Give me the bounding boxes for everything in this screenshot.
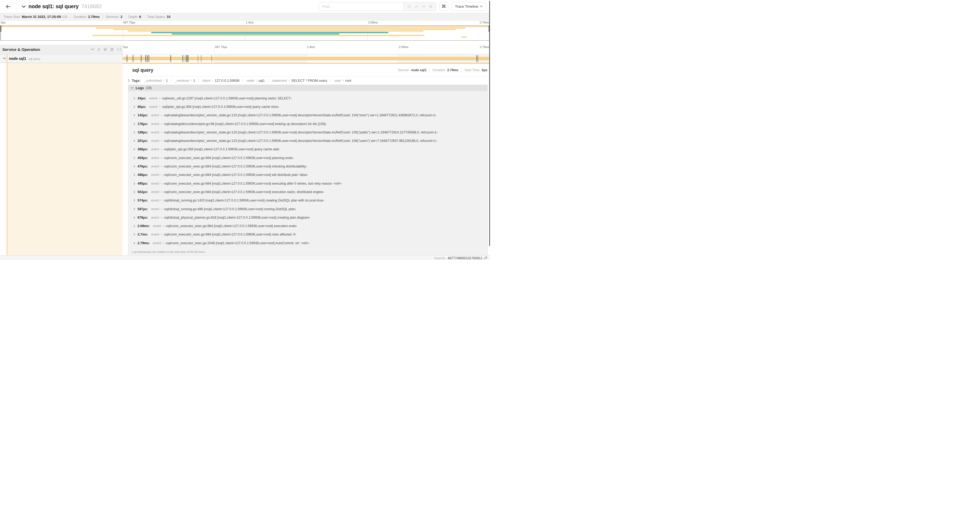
log-row[interactable]: 459μs: event = ‹sql/conn_executor_exec.g… [128, 154, 487, 162]
timeline-ruler-tick: 0μs [123, 45, 128, 48]
log-row[interactable]: 2.7ms: event = ‹sql/conn_executor_exec.g… [128, 230, 487, 239]
chevron-right-icon [134, 156, 135, 159]
log-event-mark[interactable] [145, 55, 146, 62]
log-row[interactable]: 597μs: event = ‹sql/distsql_running.go:4… [128, 204, 487, 213]
title-wrap: node sql1: sql query 7418682 [17, 3, 102, 10]
top-header: node sql1: sql query 7418682 [0, 0, 490, 13]
service-operation-header: Service & Operation ❚❚ [0, 45, 123, 54]
span-duration-bar[interactable] [123, 57, 490, 60]
chevron-right-icon [134, 182, 135, 185]
log-event-mark[interactable] [149, 55, 149, 62]
log-event-mark[interactable] [212, 55, 212, 62]
collapse-trace-icon[interactable] [22, 5, 26, 8]
trace-summary-bar: Trace Start March 31 2022, 17:25:09 .326… [0, 13, 490, 21]
chevron-right-icon [134, 208, 135, 211]
detail-footer: SpanID: 4877749850101760812 [0, 255, 490, 260]
log-row[interactable]: 142μs: event = ‹sql/catalog/lease/descri… [128, 111, 487, 120]
log-row[interactable]: 678μs: event = ‹sql/distsql_physical_pla… [128, 213, 487, 222]
tag-item: client = 127.0.0.1:59936 [199, 78, 243, 83]
expand-one-icon[interactable] [98, 48, 100, 51]
log-row[interactable]: 486μs: event = ‹sql/conn_executor_exec.g… [128, 171, 487, 179]
span-bar-cell[interactable] [123, 54, 490, 63]
logs-header[interactable]: Logs (18) [128, 85, 487, 91]
spanid-label: SpanID: [434, 256, 446, 260]
log-event-mark[interactable] [187, 55, 188, 62]
detail-span-title: sql query [132, 67, 153, 73]
detail-row-highlight [7, 63, 123, 256]
chevron-right-icon [134, 225, 135, 227]
log-event-mark[interactable] [186, 55, 187, 62]
trace-id: 7418682 [81, 3, 102, 10]
log-event-mark[interactable] [477, 55, 477, 62]
log-event-mark[interactable] [183, 55, 183, 62]
log-row[interactable]: 34μs: event = ‹sql/exec_util.go:2297 [ns… [128, 94, 487, 102]
column-resizer[interactable]: ❚❚ [117, 48, 122, 51]
chevron-right-icon [134, 216, 135, 219]
log-event-mark[interactable] [141, 55, 142, 62]
logs-count: (18) [146, 86, 151, 89]
logs-note: Log timestamps are relative to the start… [132, 250, 205, 254]
view-options-label: Trace Timeline [455, 5, 478, 8]
locate-span-icon[interactable] [407, 5, 411, 8]
arrow-left-icon [6, 5, 11, 9]
log-event-mark[interactable] [170, 55, 171, 62]
deep-link-icon[interactable] [484, 256, 487, 260]
log-event-mark[interactable] [185, 55, 186, 62]
back-button[interactable] [0, 0, 17, 13]
timeline-columns-header: Service & Operation ❚❚ 0μs6 [0, 45, 490, 54]
minimap-span-bar [128, 30, 423, 32]
log-event-mark[interactable] [127, 55, 127, 62]
timeline-minimap: 0μs697.75μs1.4ms2.09ms2.79ms [0, 21, 490, 42]
view-options-button[interactable]: Trace Timeline [451, 2, 486, 11]
log-event-mark[interactable] [188, 55, 189, 62]
service-color-stripe [6, 54, 8, 63]
minimap-ruler-tick: 0μs [0, 21, 6, 24]
chevron-right-icon [134, 199, 135, 202]
find-next-icon[interactable] [422, 5, 425, 8]
log-row[interactable]: 574μs: event = ‹sql/distsql_running.go:1… [128, 196, 487, 204]
collapse-all-icon[interactable] [103, 48, 107, 51]
log-row[interactable]: 366μs: event = ‹sql/plan_opt.go:358 [nsq… [128, 145, 487, 153]
trace-summary-item: Trace Start March 31 2022, 17:25:09 .326 [3, 15, 73, 19]
find-clear-icon[interactable] [429, 5, 432, 8]
chevron-right-icon [134, 123, 135, 125]
find-prev-icon[interactable] [415, 5, 418, 8]
log-row[interactable]: 476μs: event = ‹sql/conn_executor_exec.g… [128, 162, 487, 171]
tags-toggle[interactable]: Tags: [128, 78, 141, 83]
tags-row: Tags: _unfinished = 1 _verbose = 1 clien… [123, 77, 490, 85]
chevron-right-icon [134, 97, 135, 100]
log-event-mark[interactable] [198, 55, 198, 62]
timeline-ruler-tick: 697.75μs [215, 45, 227, 48]
log-row[interactable]: 502μs: event = ‹sql/conn_executor_exec.g… [128, 188, 487, 196]
find-input[interactable] [319, 2, 403, 11]
detail-left-column [0, 63, 123, 256]
log-event-mark[interactable] [478, 55, 479, 62]
log-event-mark[interactable] [147, 55, 148, 62]
minimap-left-scrubber-handle[interactable] [0, 26, 1, 32]
log-row[interactable]: 189μs: event = ‹sql/catalog/lease/descri… [128, 128, 487, 137]
chevron-down-icon [480, 6, 483, 7]
collapse-one-icon[interactable] [91, 48, 94, 51]
minimap-span-bar [96, 27, 466, 29]
log-event-mark[interactable] [133, 55, 133, 62]
span-detail-section: sql query Service:node sql1 Duration:2.7… [0, 63, 490, 256]
log-row[interactable]: 201μs: event = ‹sql/catalog/lease/descri… [128, 137, 487, 145]
minimap-canvas[interactable] [0, 25, 490, 41]
find-group [319, 2, 436, 11]
minimap-span-bar [151, 32, 388, 33]
vertical-scrollbar[interactable] [489, 1, 490, 246]
span-collapse-icon[interactable] [3, 57, 6, 60]
log-row[interactable]: 2.69ms: event = ‹sql/conn_executor_exec.… [128, 222, 487, 230]
span-name-cell[interactable]: node sql1 sql query [0, 54, 123, 63]
log-row[interactable]: 80μs: event = ‹sql/plan_opt.go:358 [nsql… [128, 102, 487, 111]
chevron-down-icon [130, 87, 134, 89]
chevron-right-icon [134, 131, 135, 134]
log-row[interactable]: 495μs: event = ‹sql/conn_executor_exec.g… [128, 179, 487, 187]
expand-all-icon[interactable] [110, 48, 114, 51]
keyboard-shortcuts-button[interactable]: ⌘ [439, 2, 448, 11]
log-event-mark[interactable] [201, 55, 202, 62]
minimap-ruler: 0μs697.75μs1.4ms2.09ms2.79ms [0, 21, 490, 25]
log-row[interactable]: 2.79ms: event = ‹sql/conn_executor_exec.… [128, 239, 487, 248]
chevron-right-icon [134, 174, 135, 176]
log-row[interactable]: 176μs: event = ‹sql/catalog/descs/descri… [128, 120, 487, 128]
